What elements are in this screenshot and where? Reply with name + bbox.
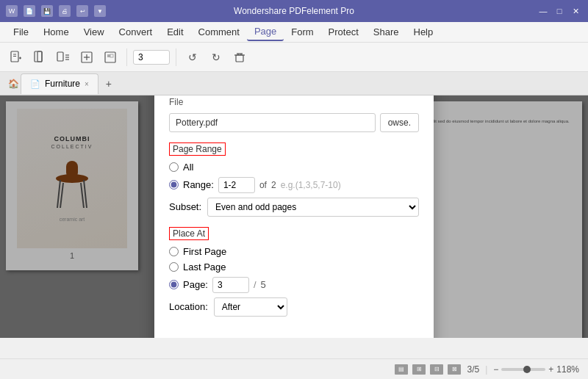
document-tab[interactable]: 📄 Furniture ×: [21, 73, 98, 94]
menu-view[interactable]: View: [76, 24, 112, 40]
home-icon[interactable]: 🏠: [6, 76, 21, 91]
location-label: Location:: [169, 301, 208, 312]
toolbar-icon-a[interactable]: [6, 47, 26, 68]
page-info: 3/5: [467, 364, 479, 375]
window-controls[interactable]: — □ ✕: [537, 4, 582, 18]
view-icon-4[interactable]: ⊠: [448, 364, 461, 375]
svg-rect-7: [57, 52, 63, 61]
of-label: of: [259, 180, 267, 190]
view-icon-1[interactable]: ▤: [395, 364, 408, 375]
page-radio-label: Page:: [183, 279, 208, 290]
last-page-radio-row: Last Page: [169, 261, 419, 272]
menu-help[interactable]: Help: [406, 24, 441, 40]
svg-rect-16: [110, 54, 113, 57]
toolbar: ↺ ↻: [0, 43, 588, 72]
svg-rect-15: [107, 54, 110, 57]
menu-protect[interactable]: Protect: [321, 24, 366, 40]
subset-row: Subset: Even and odd pages Even pages on…: [169, 198, 419, 217]
page-num-input[interactable]: [212, 277, 249, 293]
menubar: File Home View Convert Edit Comment Page…: [0, 22, 588, 43]
tab-close-button[interactable]: ×: [85, 80, 89, 88]
new-tab-button[interactable]: +: [101, 76, 116, 91]
page-range-section: Page Range All Range: of 2 e.g.(1,3,5,7-…: [169, 142, 419, 217]
modal-overlay: Insert ✕ File owse. Page Range All: [0, 95, 588, 338]
file-path-input[interactable]: [169, 113, 376, 132]
zoom-thumb: [523, 366, 531, 373]
menu-convert[interactable]: Convert: [112, 24, 160, 40]
titlebar-left: W 📄 💾 🖨 ↩ ▼: [6, 5, 106, 17]
zoom-plus-icon[interactable]: +: [548, 364, 553, 375]
statusbar: ▤ ⊞ ⊟ ⊠ 3/5 | − + 118%: [0, 358, 588, 379]
menu-file[interactable]: File: [6, 24, 36, 40]
dialog-body: File owse. Page Range All Range:: [154, 95, 434, 338]
page-radio-input[interactable]: [169, 280, 179, 289]
place-at-label: Place At: [169, 227, 209, 240]
app-title: Wondershare PDFelement Pro: [234, 6, 354, 16]
menu-home[interactable]: Home: [36, 24, 76, 40]
tab-label: Furniture: [45, 79, 80, 89]
location-select[interactable]: After Before: [214, 297, 287, 317]
toolbar-icon-c[interactable]: [53, 47, 74, 68]
toolbar-icon-b[interactable]: [29, 47, 50, 68]
file-row: owse.: [169, 113, 419, 132]
minimize-button[interactable]: —: [537, 4, 550, 18]
subset-select[interactable]: Even and odd pages Even pages only Odd p…: [207, 198, 419, 217]
separator: |: [485, 364, 487, 375]
toolbar-icon-d[interactable]: [76, 47, 97, 68]
first-page-radio-input[interactable]: [169, 247, 179, 256]
menu-page[interactable]: Page: [247, 23, 284, 41]
menu-form[interactable]: Form: [284, 24, 320, 40]
zoom-slider[interactable]: [501, 368, 545, 371]
main-content-area: COLUMBI COLLECTIV ceramic art: [0, 95, 588, 338]
tab-pdf-icon: 📄: [30, 79, 40, 89]
range-radio-input[interactable]: [169, 180, 179, 190]
redo-button[interactable]: ↻: [206, 47, 226, 68]
first-page-radio-row: First Page: [169, 246, 419, 257]
zoom-level: 118%: [556, 364, 579, 375]
toolbar-separator-2: [176, 48, 176, 66]
page-total: 5: [261, 279, 266, 290]
all-radio-row: All: [169, 162, 419, 173]
maximize-button[interactable]: □: [553, 4, 566, 18]
page-number-input[interactable]: [133, 50, 170, 65]
toolbar-separator: [126, 48, 127, 66]
toolbar-icon-2: 💾: [41, 5, 53, 17]
range-radio-row: Range: of 2 e.g.(1,3,5,7-10): [169, 177, 419, 193]
toolbar-icon-e[interactable]: [100, 47, 121, 68]
location-row: Location: After Before: [169, 297, 419, 317]
close-window-button[interactable]: ✕: [569, 4, 582, 18]
first-page-radio-label: First Page: [183, 246, 226, 257]
svg-rect-5: [35, 51, 42, 62]
view-icon-3[interactable]: ⊟: [430, 364, 443, 375]
menu-edit[interactable]: Edit: [159, 24, 190, 40]
toolbar-icon-3: 🖨: [59, 5, 71, 17]
view-icon-2[interactable]: ⊞: [412, 364, 426, 375]
last-page-radio-label: Last Page: [183, 261, 226, 272]
file-section-label: File: [169, 97, 419, 107]
menu-share[interactable]: Share: [366, 24, 406, 40]
last-page-radio-input[interactable]: [169, 262, 179, 272]
range-value-input[interactable]: [218, 177, 255, 193]
toolbar-icon-4: ↩: [76, 5, 88, 17]
delete-button[interactable]: [229, 47, 250, 68]
zoom-control[interactable]: − + 118%: [493, 364, 579, 375]
undo-button[interactable]: ↺: [182, 47, 203, 68]
subset-label: Subset:: [169, 201, 201, 212]
browse-button[interactable]: owse.: [380, 113, 419, 132]
app-icon: W: [6, 5, 18, 17]
page-radio-row: Page: / 5: [169, 277, 419, 293]
place-at-section: Place At First Page Last Page Page: /: [169, 227, 419, 317]
zoom-minus-icon[interactable]: −: [493, 364, 498, 375]
insert-dialog: Insert ✕ File owse. Page Range All: [154, 95, 434, 338]
svg-rect-6: [37, 51, 42, 62]
page-range-label: Page Range: [169, 142, 226, 156]
tabbar: 🏠 📄 Furniture × +: [0, 72, 588, 95]
range-radio-label: Range:: [183, 179, 214, 190]
svg-rect-17: [236, 55, 243, 62]
toolbar-icon-5: ▼: [94, 5, 106, 17]
all-radio-label: All: [183, 162, 193, 173]
menu-comment[interactable]: Comment: [191, 24, 247, 40]
all-radio-input[interactable]: [169, 162, 179, 172]
toolbar-icon-1: 📄: [24, 5, 35, 17]
eg-label: e.g.(1,3,5,7-10): [281, 180, 341, 190]
